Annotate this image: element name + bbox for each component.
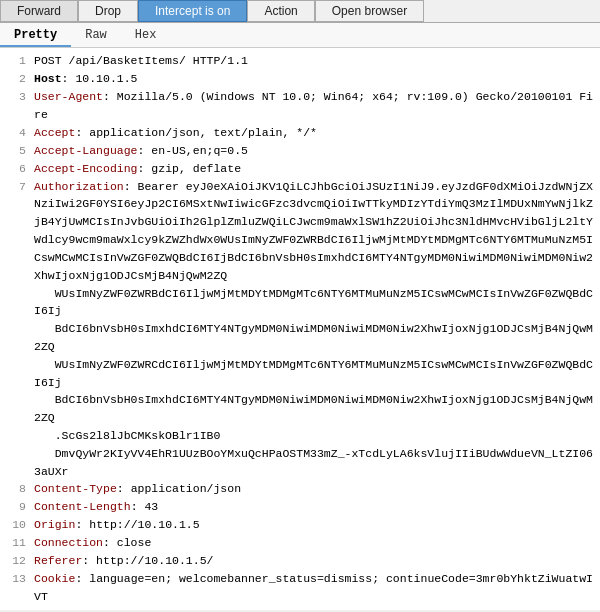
drop-button[interactable]: Drop [78, 0, 138, 22]
line-number: 3 [6, 88, 26, 124]
line-number: 6 [6, 160, 26, 178]
open-browser-button[interactable]: Open browser [315, 0, 424, 22]
line-row: 12Referer: http://10.10.1.5/ [6, 552, 594, 570]
line-content: Cookie: language=en; welcomebanner_statu… [34, 570, 594, 610]
line-content: Accept-Encoding: gzip, deflate [34, 160, 241, 178]
line-row: 5Accept-Language: en-US,en;q=0.5 [6, 142, 594, 160]
action-button[interactable]: Action [247, 0, 314, 22]
line-row: 3User-Agent: Mozilla/5.0 (Windows NT 10.… [6, 88, 594, 124]
line-content: Accept: application/json, text/plain, */… [34, 124, 317, 142]
line-content: Content-Length: 43 [34, 498, 158, 516]
line-row: 13Cookie: language=en; welcomebanner_sta… [6, 570, 594, 610]
tab-hex[interactable]: Hex [121, 25, 171, 47]
line-number: 8 [6, 480, 26, 498]
line-number: 9 [6, 498, 26, 516]
line-row: 1POST /api/BasketItems/ HTTP/1.1 [6, 52, 594, 70]
line-content: Connection: close [34, 534, 151, 552]
intercept-is-on-button[interactable]: Intercept is on [138, 0, 247, 22]
tabs-bar: PrettyRawHex [0, 23, 600, 48]
line-row: 6Accept-Encoding: gzip, deflate [6, 160, 594, 178]
line-number: 7 [6, 178, 26, 481]
tab-raw[interactable]: Raw [71, 25, 121, 47]
content-area: 1POST /api/BasketItems/ HTTP/1.12Host: 1… [0, 48, 600, 610]
line-row: 11Connection: close [6, 534, 594, 552]
line-content: Accept-Language: en-US,en;q=0.5 [34, 142, 248, 160]
line-number: 2 [6, 70, 26, 88]
line-row: 7Authorization: Bearer eyJ0eXAiOiJKV1QiL… [6, 178, 594, 481]
line-content: Authorization: Bearer eyJ0eXAiOiJKV1QiLC… [34, 178, 594, 481]
line-number: 12 [6, 552, 26, 570]
line-number: 10 [6, 516, 26, 534]
line-number: 5 [6, 142, 26, 160]
toolbar: ForwardDropIntercept is onActionOpen bro… [0, 0, 600, 23]
line-content: POST /api/BasketItems/ HTTP/1.1 [34, 52, 248, 70]
line-content: Host: 10.10.1.5 [34, 70, 138, 88]
line-number: 1 [6, 52, 26, 70]
tab-pretty[interactable]: Pretty [0, 25, 71, 47]
line-row: 2Host: 10.10.1.5 [6, 70, 594, 88]
line-content: User-Agent: Mozilla/5.0 (Windows NT 10.0… [34, 88, 594, 124]
line-row: 10Origin: http://10.10.1.5 [6, 516, 594, 534]
line-row: 9Content-Length: 43 [6, 498, 594, 516]
line-number: 11 [6, 534, 26, 552]
line-number: 4 [6, 124, 26, 142]
forward-button[interactable]: Forward [0, 0, 78, 22]
line-content: Referer: http://10.10.1.5/ [34, 552, 213, 570]
line-row: 8Content-Type: application/json [6, 480, 594, 498]
line-content: Origin: http://10.10.1.5 [34, 516, 200, 534]
line-row: 4Accept: application/json, text/plain, *… [6, 124, 594, 142]
line-content: Content-Type: application/json [34, 480, 241, 498]
line-number: 13 [6, 570, 26, 610]
